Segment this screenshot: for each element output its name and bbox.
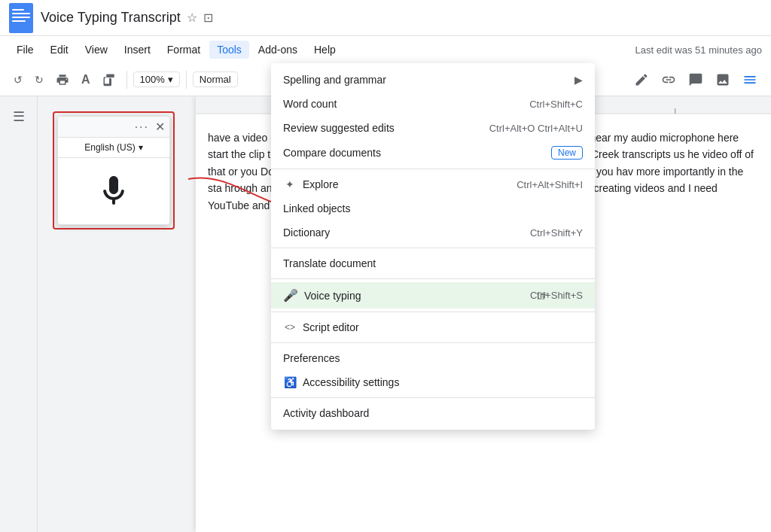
menu-edit[interactable]: Edit	[43, 41, 76, 59]
svg-rect-2	[12, 13, 30, 14]
menu-divider-2	[271, 248, 595, 248]
menu-tools[interactable]: Tools	[209, 41, 249, 59]
svg-rect-4	[12, 20, 26, 22]
voice-typing-panel: ··· ✕ English (US) ▾	[57, 116, 170, 225]
language-label: English (US)	[84, 142, 135, 153]
new-badge: New	[551, 146, 583, 160]
menu-addons[interactable]: Add-ons	[251, 41, 305, 59]
script-editor-label: Script editor	[303, 321, 583, 333]
menu-script-editor[interactable]: <> Script editor	[271, 315, 595, 339]
menu-divider-1	[271, 169, 595, 169]
title-bar: Voice Typing Transcript ☆ ⊡	[0, 0, 771, 36]
accessibility-icon: ♿	[283, 376, 297, 388]
voice-panel-mic-area[interactable]	[58, 158, 169, 224]
explore-icon: ✦	[283, 178, 297, 190]
svg-rect-3	[12, 17, 30, 18]
add-comment-icon[interactable]	[684, 69, 708, 90]
folder-icon[interactable]: ⊡	[203, 11, 213, 25]
voice-panel-red-border: ··· ✕ English (US) ▾	[53, 111, 175, 230]
redo-button[interactable]: ↻	[30, 71, 48, 89]
word-count-shortcut: Ctrl+Shift+C	[529, 99, 583, 110]
linked-objects-label: Linked objects	[283, 202, 583, 214]
accessibility-label: Accessibility settings	[303, 376, 583, 388]
menu-explore[interactable]: ✦ Explore Ctrl+Alt+Shift+I	[271, 172, 595, 196]
sidebar-list-icon[interactable]: ☰	[8, 105, 29, 128]
voice-panel-language[interactable]: English (US) ▾	[58, 138, 169, 158]
last-edit-label: Last edit was 51 minutes ago	[635, 44, 762, 56]
doc-title: Voice Typing Transcript	[41, 10, 181, 26]
title-icons: ☆ ⊡	[187, 11, 213, 25]
voice-typing-label: Voice typing	[304, 290, 518, 302]
voice-panel-more-icon[interactable]: ···	[135, 120, 149, 134]
paragraph-style[interactable]: Normal	[193, 71, 238, 87]
link-icon[interactable]	[657, 69, 681, 90]
spelling-arrow-icon: ▶	[574, 74, 583, 86]
menu-divider-5	[271, 342, 595, 343]
toolbar-separator-1	[126, 71, 127, 89]
menu-insert[interactable]: Insert	[117, 41, 158, 59]
menu-preferences[interactable]: Preferences	[271, 346, 595, 370]
voice-panel-wrapper: ··· ✕ English (US) ▾	[53, 111, 175, 230]
menu-linked-objects[interactable]: Linked objects	[271, 196, 595, 220]
menu-help[interactable]: Help	[306, 41, 343, 59]
edit-icon[interactable]	[629, 69, 654, 90]
zoom-value: 100%	[140, 74, 165, 85]
menu-spelling-grammar[interactable]: Spelling and grammar ▶	[271, 68, 595, 92]
menu-review-edits[interactable]: Review suggested edits Ctrl+Alt+O Ctrl+A…	[271, 116, 595, 140]
undo-button[interactable]: ↺	[9, 71, 27, 89]
script-editor-icon: <>	[283, 322, 297, 333]
menu-accessibility[interactable]: ♿ Accessibility settings	[271, 370, 595, 394]
preferences-label: Preferences	[283, 352, 583, 364]
review-edits-shortcut: Ctrl+Alt+O Ctrl+Alt+U	[489, 123, 583, 134]
format-menu-icon[interactable]	[738, 69, 762, 90]
menu-activity-dashboard[interactable]: Activity dashboard	[271, 401, 595, 425]
menu-bar: File Edit View Insert Format Tools Add-o…	[0, 36, 771, 63]
explore-label: Explore	[303, 178, 504, 190]
dictionary-label: Dictionary	[283, 226, 518, 239]
insert-image-icon[interactable]	[711, 69, 735, 90]
paint-format-button[interactable]	[98, 70, 120, 90]
star-icon[interactable]: ☆	[187, 11, 197, 25]
cursor-icon: ☞	[536, 287, 550, 305]
voice-panel-header: ··· ✕	[58, 117, 169, 138]
menu-word-count[interactable]: Word count Ctrl+Shift+C	[271, 92, 595, 116]
toolbar-separator-2	[186, 71, 187, 89]
menu-translate[interactable]: Translate document	[271, 251, 595, 275]
menu-file[interactable]: File	[9, 41, 41, 59]
review-edits-label: Review suggested edits	[283, 122, 477, 134]
left-sidebar: ☰	[0, 96, 38, 532]
menu-voice-typing[interactable]: 🎤 Voice typing Ctrl+Shift+S ☞	[271, 282, 595, 309]
mic-large-icon	[96, 173, 132, 209]
menu-divider-3	[271, 278, 595, 279]
zoom-control[interactable]: 100% ▾	[133, 71, 180, 87]
menu-view[interactable]: View	[78, 41, 115, 59]
style-value: Normal	[200, 74, 231, 85]
spell-check-button[interactable]: A	[77, 70, 95, 90]
menu-compare-docs[interactable]: Compare documents New	[271, 140, 595, 166]
spelling-grammar-label: Spelling and grammar	[283, 74, 568, 86]
menu-format[interactable]: Format	[160, 41, 208, 59]
tools-dropdown-menu[interactable]: Spelling and grammar ▶ Word count Ctrl+S…	[271, 63, 595, 430]
word-count-label: Word count	[283, 98, 517, 110]
language-arrow-icon: ▾	[139, 142, 143, 153]
activity-dashboard-label: Activity dashboard	[283, 407, 583, 419]
menu-divider-4	[271, 312, 595, 312]
print-button[interactable]	[51, 70, 74, 90]
explore-shortcut: Ctrl+Alt+Shift+I	[517, 179, 583, 190]
svg-rect-1	[12, 9, 24, 11]
dictionary-shortcut: Ctrl+Shift+Y	[530, 227, 583, 239]
zoom-arrow-icon: ▾	[168, 74, 173, 85]
toolbar-right	[629, 69, 762, 90]
menu-dictionary[interactable]: Dictionary Ctrl+Shift+Y	[271, 220, 595, 245]
translate-label: Translate document	[283, 257, 583, 269]
voice-panel-close-button[interactable]: ✕	[155, 120, 165, 134]
mic-small-icon: 🎤	[283, 288, 298, 302]
doc-icon	[9, 3, 33, 33]
compare-docs-label: Compare documents	[283, 147, 545, 159]
menu-divider-6	[271, 397, 595, 398]
